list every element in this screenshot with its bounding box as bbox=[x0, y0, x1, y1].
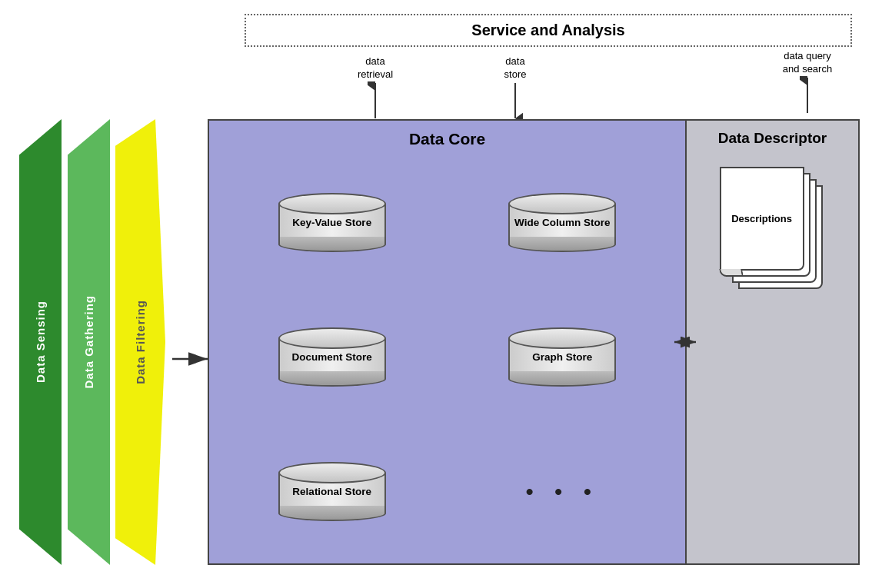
service-analysis-box: Service and Analysis bbox=[245, 14, 852, 47]
doc-stack: Descriptions bbox=[707, 162, 838, 316]
arrow-store-label: data store bbox=[504, 55, 527, 81]
outer-box: Data Core Key-Value Store bbox=[208, 119, 860, 565]
document-store: Document Store bbox=[221, 297, 444, 417]
document-label: Document Store bbox=[292, 351, 372, 363]
arrow-query-svg bbox=[800, 76, 815, 115]
dots: • • • bbox=[451, 431, 674, 552]
arrow-store-group: data store bbox=[484, 55, 546, 120]
relational-store: Relational Store bbox=[221, 431, 444, 552]
data-descriptor-section: Data Descriptor Descriptions bbox=[685, 121, 858, 563]
wide-column-store: Wide Column Store bbox=[451, 162, 674, 283]
data-core-section: Data Core Key-Value Store bbox=[209, 121, 685, 563]
relational-label: Relational Store bbox=[292, 486, 371, 497]
arrow-retrieval-svg bbox=[368, 81, 383, 120]
data-sensing-label: Data Sensing bbox=[19, 119, 62, 565]
key-value-store: Key-Value Store bbox=[221, 162, 444, 283]
service-analysis-title: Service and Analysis bbox=[471, 22, 624, 38]
filtering-arrow bbox=[171, 350, 211, 368]
key-value-label: Key-Value Store bbox=[292, 217, 371, 228]
data-gathering-label: Data Gathering bbox=[68, 119, 110, 565]
graph-label: Graph Store bbox=[532, 351, 592, 363]
data-core-title: Data Core bbox=[221, 130, 674, 148]
data-descriptor-title: Data Descriptor bbox=[698, 130, 847, 147]
descriptions-label: Descriptions bbox=[731, 213, 792, 224]
graph-store: Graph Store bbox=[451, 297, 674, 417]
arrow-query-group: data query and search bbox=[765, 50, 850, 115]
data-filtering-label: Data Filtering bbox=[115, 119, 165, 565]
arrow-retrieval-label: data retrieval bbox=[358, 55, 393, 81]
arrow-store-svg bbox=[508, 81, 523, 120]
arrow-retrieval-group: data retrieval bbox=[344, 55, 406, 120]
wide-column-label: Wide Column Store bbox=[514, 217, 610, 228]
arrow-query-label: data query and search bbox=[783, 50, 832, 76]
bidir-arrow bbox=[671, 331, 699, 354]
